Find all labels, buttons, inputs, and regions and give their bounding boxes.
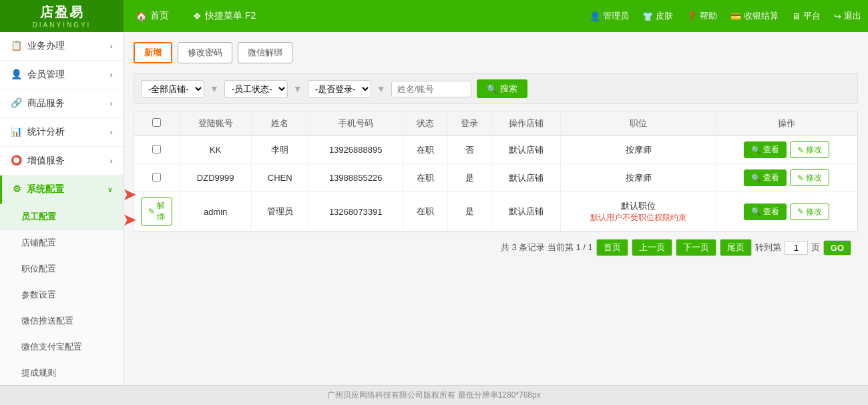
nav-logout[interactable]: ↪ 退出 [827,0,868,32]
footer-text: 广州贝应网络科技有限公司版权所有 最低分辨率1280*768px [327,390,540,400]
sidebar-sub-item-shop[interactable]: 店铺配置 [0,230,123,256]
login-filter[interactable]: -是否登录- 是 否 [308,80,371,98]
col-name: 姓名 [252,111,308,136]
account-cell: KK [180,136,252,164]
dropdown-icon-shop: ▼ [210,83,219,94]
view-icon: 🔍 [751,145,761,155]
table-row: ✎ 解绑 admin 管理员 13268073391 在职 是 默认店铺 [134,192,857,232]
system-icon: ⚙ [13,183,21,194]
view-icon: 🔍 [751,207,761,216]
view-button-3[interactable]: 🔍 查看 [744,204,787,220]
row-checkbox-1[interactable] [152,145,161,153]
stats-icon: 📊 [11,126,22,137]
phone-cell: 13926888895 [308,136,403,164]
col-position: 职位 [561,111,716,136]
table-row: DZD9999 CHEN 13988855226 在职 是 默认店铺 按摩师 [134,164,857,192]
edit-icon: ✎ [797,145,804,155]
page-number-input[interactable] [785,241,808,255]
help-icon: ❓ [686,11,697,21]
col-account: 登陆账号 [180,111,252,136]
footer: 广州贝应网络科技有限公司版权所有 最低分辨率1280*768px [0,385,868,405]
sidebar-item-value[interactable]: ⭕增值服务 › [0,147,123,175]
value-icon: ⭕ [11,155,22,165]
chevron-right-icon: › [110,71,112,79]
name-search-input[interactable] [391,81,471,97]
toolbar: 新增 修改密码 微信解绑 [134,42,858,63]
sidebar-sub-item-wechat-pay[interactable]: 微信支付宝配置 [0,334,123,360]
sidebar-sub-item-wechat-push[interactable]: 微信推送配置 [0,308,123,334]
status-filter[interactable]: -员工状态- 在职 离职 [224,80,288,98]
view-button-2[interactable]: 🔍 查看 [744,169,787,186]
edit-button-2[interactable]: ✎ 修改 [790,169,829,186]
col-login: 登录 [447,111,491,136]
change-password-button[interactable]: 修改密码 [178,42,232,63]
col-status: 状态 [403,111,447,136]
nav-skin[interactable]: 👕 皮肤 [636,0,680,32]
action-btns-3: 🔍 查看 ✎ 修改 [723,204,850,220]
view-button-1[interactable]: 🔍 查看 [744,141,787,158]
edit-icon: ✎ [797,207,804,216]
prev-page-button[interactable]: 上一页 [632,239,672,256]
first-page-button[interactable]: 首页 [596,239,628,256]
account-cell: admin [180,192,252,232]
top-nav-items: 🏠 首页 ❖ 快捷菜单 F2 [124,0,583,32]
sidebar-sub-item-commission[interactable]: 提成规则 [0,360,123,385]
phone-cell: 13988855226 [308,164,403,192]
select-all-checkbox[interactable] [152,118,161,127]
filter-bar: -全部店铺- 默认店铺 ▼ -员工状态- 在职 离职 ▼ -是否登录- 是 否 [134,73,858,104]
dropdown-icon-login: ▼ [377,83,386,94]
position-cell: 按摩师 [561,164,716,192]
login-cell: 是 [447,192,491,232]
sidebar-item-stats[interactable]: 📊统计分析 › [0,118,123,147]
nav-platform[interactable]: 🖥 平台 [785,0,827,32]
top-nav-right: 👤 管理员 👕 皮肤 ❓ 帮助 💳 收银结算 🖥 平台 ↪ 退出 [583,0,868,32]
member-icon: 👤 [11,69,22,79]
edit-button-1[interactable]: ✎ 修改 [790,141,829,158]
quickmenu-icon: ❖ [193,11,202,21]
sidebar-sub-item-params[interactable]: 参数设置 [0,282,123,308]
search-button[interactable]: 🔍 搜索 [477,79,527,98]
chevron-down-icon: ∨ [107,186,112,193]
chevron-right-icon: › [110,157,112,165]
shop-filter[interactable]: -全部店铺- 默认店铺 [141,80,204,98]
nav-help[interactable]: ❓ 帮助 [680,0,724,32]
sidebar-sub-item-staff[interactable]: 员工配置 [0,204,123,230]
login-cell: 否 [447,136,491,164]
name-cell: 李明 [252,136,308,164]
products-icon: 🔗 [11,97,22,108]
nav-admin[interactable]: 👤 管理员 [583,0,636,32]
go-button[interactable]: GO [823,240,851,256]
position-note: 默认用户不受职位权限约束 [568,212,709,224]
col-action: 操作 [716,111,857,136]
sidebar-item-products[interactable]: 🔗商品服务 › [0,89,123,118]
dropdown-icon-status: ▼ [293,83,302,94]
add-button[interactable]: 新增 [134,42,172,63]
edit-button-3[interactable]: ✎ 修改 [790,204,829,220]
logout-icon: ↪ [834,11,841,21]
chevron-right-icon: › [110,129,112,136]
nav-cashier[interactable]: 💳 收银结算 [724,0,785,32]
phone-cell: 13268073391 [308,192,403,232]
row-checkbox-2[interactable] [152,173,161,181]
nav-quickmenu[interactable]: ❖ 快捷菜单 F2 [181,0,268,32]
next-page-button[interactable]: 下一页 [676,239,716,256]
sidebar: 📋业务办理 › 👤会员管理 › 🔗商品服务 › 📊统计分析 › ⭕增值服务 › … [0,32,124,385]
logo: 店盈易 DIANYINGYI [0,0,124,32]
status-cell: 在职 [403,192,447,232]
sidebar-item-business[interactable]: 📋业务办理 › [0,32,123,61]
unbind-wechat-button[interactable]: 微信解绑 [238,42,292,63]
sidebar-item-system[interactable]: ⚙系统配置 ∨ [0,175,123,204]
name-cell: 管理员 [252,192,308,232]
unbind-button-3[interactable]: ✎ 解绑 [141,197,172,226]
nav-home[interactable]: 🏠 首页 [124,0,181,32]
chevron-right-icon: › [110,43,112,50]
action-btns-1: 🔍 查看 ✎ 修改 [723,141,850,158]
col-shop: 操作店铺 [492,111,561,136]
business-icon: 📋 [11,40,22,51]
sidebar-item-member[interactable]: 👤会员管理 › [0,61,123,89]
home-icon: 🏠 [136,11,147,21]
search-icon: 🔍 [487,84,497,94]
last-page-button[interactable]: 尾页 [720,239,752,256]
logo-main-text: 店盈易 [40,3,84,21]
sidebar-sub-item-position[interactable]: 职位配置 [0,256,123,282]
